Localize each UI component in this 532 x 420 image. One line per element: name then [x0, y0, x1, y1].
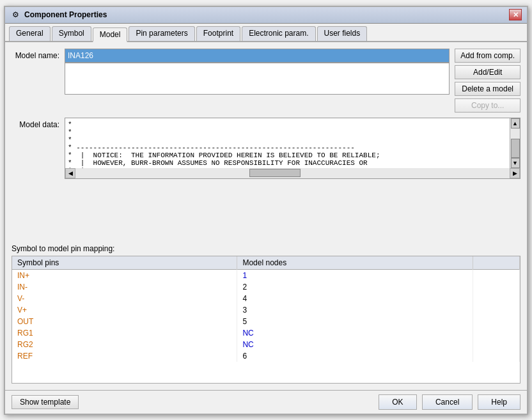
table-row[interactable]: V-4: [12, 293, 520, 304]
model-name-label: Model name:: [12, 49, 59, 60]
symbol-pin-cell: IN-: [12, 281, 237, 293]
cancel-button[interactable]: Cancel: [422, 394, 473, 410]
symbol-pin-cell: V+: [12, 304, 237, 316]
main-window: ⚙ Component Properties ✕ General Symbol …: [4, 6, 528, 415]
scroll-right-btn[interactable]: ▶: [510, 168, 520, 178]
tab-model[interactable]: Model: [93, 27, 128, 42]
copy-to-button[interactable]: Copy to...: [455, 98, 520, 113]
extra-cell: [473, 327, 519, 339]
show-template-button[interactable]: Show template: [12, 395, 79, 409]
symbol-pin-cell: REF: [12, 350, 237, 362]
table-row[interactable]: REF6: [12, 350, 520, 362]
model-name-row: Model name: Add from comp. Add/Edit Dele…: [12, 49, 520, 113]
model-node-cell: 2: [237, 281, 473, 293]
model-data-scrollbar-v[interactable]: ▲ ▼: [510, 118, 520, 168]
table-row[interactable]: V+3: [12, 304, 520, 316]
model-name-input[interactable]: [65, 49, 450, 63]
window-title: Component Properties: [24, 10, 509, 19]
model-node-cell: 5: [237, 316, 473, 327]
delete-model-button[interactable]: Delete a model: [455, 82, 520, 96]
symbol-pin-cell: V-: [12, 293, 237, 304]
col-empty: [473, 256, 519, 270]
extra-cell: [473, 281, 519, 293]
model-name-area: [65, 49, 450, 95]
table-row[interactable]: OUT5: [12, 316, 520, 327]
symbol-pin-cell: OUT: [12, 316, 237, 327]
extra-cell: [473, 339, 519, 350]
table-row[interactable]: RG1NC: [12, 327, 520, 339]
tab-symbol[interactable]: Symbol: [52, 26, 91, 41]
symbol-mapping-table-wrap[interactable]: Symbol pins Model nodes IN+1IN-2V-4V+3OU…: [12, 256, 520, 384]
model-node-cell: NC: [237, 339, 473, 350]
scroll-left-btn[interactable]: ◀: [65, 168, 75, 178]
model-data-scrollbar-h[interactable]: ◀ ▶: [65, 168, 520, 178]
model-node-cell: 1: [237, 269, 473, 281]
scroll-h-track[interactable]: [75, 168, 510, 178]
symbol-pin-cell: RG1: [12, 327, 237, 339]
extra-cell: [473, 350, 519, 362]
title-bar: ⚙ Component Properties ✕: [5, 7, 527, 24]
symbol-pin-cell: RG2: [12, 339, 237, 350]
extra-cell: [473, 316, 519, 327]
extra-cell: [473, 269, 519, 281]
table-row[interactable]: IN-2: [12, 281, 520, 293]
col-model-nodes: Model nodes: [237, 256, 473, 270]
ok-button[interactable]: OK: [379, 394, 417, 410]
symbol-mapping-label: Symbol to model pin mapping:: [12, 244, 520, 253]
help-button[interactable]: Help: [478, 394, 520, 410]
main-content: Model name: Add from comp. Add/Edit Dele…: [5, 42, 527, 390]
close-button[interactable]: ✕: [509, 9, 522, 20]
tab-electronic-param[interactable]: Electronic param.: [242, 26, 315, 41]
bottom-bar: Show template OK Cancel Help: [5, 390, 527, 414]
symbol-mapping-section: Symbol to model pin mapping: Symbol pins…: [12, 244, 520, 384]
dialog-buttons: OK Cancel Help: [379, 394, 520, 410]
model-name-listbox[interactable]: [65, 63, 450, 95]
window-icon: ⚙: [10, 10, 20, 20]
tab-bar: General Symbol Model Pin parameters Foot…: [5, 24, 527, 42]
model-node-cell: 4: [237, 293, 473, 304]
table-row[interactable]: IN+1: [12, 269, 520, 281]
add-edit-button[interactable]: Add/Edit: [455, 65, 520, 79]
scrollbar-thumb-v[interactable]: [511, 139, 520, 158]
model-node-cell: 3: [237, 304, 473, 316]
tab-general[interactable]: General: [9, 26, 51, 41]
tab-user-fields[interactable]: User fields: [317, 26, 368, 41]
symbol-mapping-table: Symbol pins Model nodes IN+1IN-2V-4V+3OU…: [12, 256, 520, 362]
tab-pin-parameters[interactable]: Pin parameters: [129, 26, 194, 41]
extra-cell: [473, 304, 519, 316]
col-symbol-pins: Symbol pins: [12, 256, 237, 270]
tab-footprint[interactable]: Footprint: [196, 26, 240, 41]
scroll-h-thumb[interactable]: [249, 169, 301, 177]
model-node-cell: 6: [237, 350, 473, 362]
model-data-textarea[interactable]: * * * * --------------------------------…: [65, 118, 510, 168]
table-row[interactable]: RG2NC: [12, 339, 520, 350]
add-from-comp-button[interactable]: Add from comp.: [455, 49, 520, 63]
extra-cell: [473, 293, 519, 304]
model-node-cell: NC: [237, 327, 473, 339]
model-data-row: Model data: * * * * --------------------…: [12, 118, 520, 239]
symbol-pin-cell: IN+: [12, 269, 237, 281]
model-data-label: Model data:: [12, 118, 59, 129]
right-buttons: Add from comp. Add/Edit Delete a model C…: [455, 49, 520, 113]
